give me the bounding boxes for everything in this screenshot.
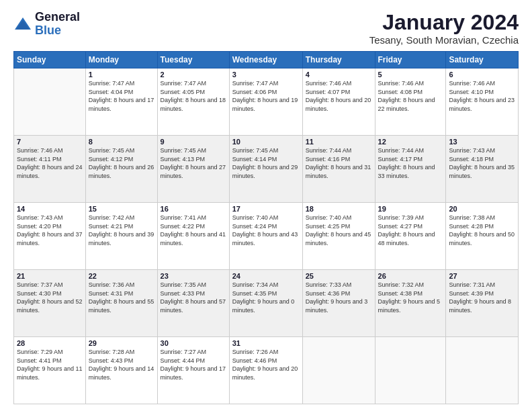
calendar-cell: 19Sunrise: 7:39 AMSunset: 4:27 PMDayligh… [375, 203, 446, 270]
day-number: 22 [89, 272, 154, 280]
calendar-cell: 15Sunrise: 7:42 AMSunset: 4:21 PMDayligh… [85, 203, 157, 270]
day-number: 31 [232, 339, 300, 347]
calendar-cell: 25Sunrise: 7:33 AMSunset: 4:36 PMDayligh… [302, 270, 375, 337]
month-title: January 2024 [369, 11, 519, 34]
calendar-cell [302, 337, 375, 404]
day-info: Sunrise: 7:43 AMSunset: 4:20 PMDaylight:… [17, 214, 83, 247]
day-info: Sunrise: 7:27 AMSunset: 4:44 PMDaylight:… [161, 348, 226, 381]
calendar-cell: 26Sunrise: 7:32 AMSunset: 4:38 PMDayligh… [375, 270, 446, 337]
page: General Blue January 2024 Tesany, South … [0, 0, 532, 411]
day-info: Sunrise: 7:40 AMSunset: 4:24 PMDaylight:… [232, 214, 300, 247]
day-info: Sunrise: 7:45 AMSunset: 4:14 PMDaylight:… [232, 146, 300, 180]
day-number: 27 [449, 272, 515, 280]
weekday-header: Sunday [14, 52, 86, 68]
calendar-cell [375, 337, 446, 404]
day-number: 26 [378, 272, 443, 280]
calendar-cell: 31Sunrise: 7:26 AMSunset: 4:46 PMDayligh… [229, 337, 302, 404]
calendar-cell: 14Sunrise: 7:43 AMSunset: 4:20 PMDayligh… [14, 203, 86, 270]
calendar-cell: 8Sunrise: 7:45 AMSunset: 4:12 PMDaylight… [85, 136, 157, 203]
calendar-header-row: SundayMondayTuesdayWednesdayThursdayFrid… [14, 52, 519, 68]
logo: General Blue [13, 11, 80, 38]
calendar-cell: 18Sunrise: 7:40 AMSunset: 4:25 PMDayligh… [302, 203, 375, 270]
day-info: Sunrise: 7:45 AMSunset: 4:13 PMDaylight:… [161, 146, 226, 180]
day-info: Sunrise: 7:35 AMSunset: 4:33 PMDaylight:… [161, 281, 226, 314]
day-number: 21 [17, 272, 83, 280]
calendar-cell: 23Sunrise: 7:35 AMSunset: 4:33 PMDayligh… [157, 270, 229, 337]
day-number: 9 [161, 138, 226, 146]
day-number: 14 [17, 205, 83, 213]
day-info: Sunrise: 7:47 AMSunset: 4:04 PMDaylight:… [89, 79, 154, 113]
day-number: 17 [232, 205, 300, 213]
calendar-cell: 4Sunrise: 7:46 AMSunset: 4:07 PMDaylight… [302, 68, 375, 136]
day-info: Sunrise: 7:26 AMSunset: 4:46 PMDaylight:… [232, 348, 300, 381]
day-number: 10 [232, 138, 300, 146]
day-info: Sunrise: 7:32 AMSunset: 4:38 PMDaylight:… [378, 281, 443, 314]
calendar-cell: 17Sunrise: 7:40 AMSunset: 4:24 PMDayligh… [229, 203, 302, 270]
calendar-cell: 21Sunrise: 7:37 AMSunset: 4:30 PMDayligh… [14, 270, 86, 337]
calendar-cell: 6Sunrise: 7:46 AMSunset: 4:10 PMDaylight… [446, 68, 519, 136]
day-info: Sunrise: 7:47 AMSunset: 4:06 PMDaylight:… [232, 79, 300, 113]
calendar-cell: 12Sunrise: 7:44 AMSunset: 4:17 PMDayligh… [375, 136, 446, 203]
calendar-cell [446, 337, 519, 404]
day-number: 29 [89, 339, 154, 347]
day-info: Sunrise: 7:46 AMSunset: 4:08 PMDaylight:… [378, 79, 443, 113]
calendar-cell: 9Sunrise: 7:45 AMSunset: 4:13 PMDaylight… [157, 136, 229, 203]
day-number: 30 [161, 339, 226, 347]
calendar-cell: 7Sunrise: 7:46 AMSunset: 4:11 PMDaylight… [14, 136, 86, 203]
day-info: Sunrise: 7:46 AMSunset: 4:07 PMDaylight:… [306, 79, 372, 113]
calendar-cell: 27Sunrise: 7:31 AMSunset: 4:39 PMDayligh… [446, 270, 519, 337]
day-info: Sunrise: 7:28 AMSunset: 4:43 PMDaylight:… [89, 348, 154, 381]
day-number: 25 [306, 272, 372, 280]
calendar-week-row: 7Sunrise: 7:46 AMSunset: 4:11 PMDaylight… [14, 136, 519, 203]
calendar-cell: 22Sunrise: 7:36 AMSunset: 4:31 PMDayligh… [85, 270, 157, 337]
weekday-header: Tuesday [157, 52, 229, 68]
day-number: 7 [17, 138, 83, 146]
calendar-cell: 3Sunrise: 7:47 AMSunset: 4:06 PMDaylight… [229, 68, 302, 136]
day-info: Sunrise: 7:40 AMSunset: 4:25 PMDaylight:… [306, 214, 372, 247]
calendar-cell [14, 68, 86, 136]
day-info: Sunrise: 7:47 AMSunset: 4:05 PMDaylight:… [161, 79, 226, 113]
calendar-cell: 5Sunrise: 7:46 AMSunset: 4:08 PMDaylight… [375, 68, 446, 136]
day-info: Sunrise: 7:45 AMSunset: 4:12 PMDaylight:… [89, 146, 154, 180]
header: General Blue January 2024 Tesany, South … [13, 11, 519, 46]
day-info: Sunrise: 7:46 AMSunset: 4:10 PMDaylight:… [449, 79, 515, 113]
logo-blue: Blue [35, 24, 80, 38]
weekday-header: Thursday [302, 52, 375, 68]
calendar-week-row: 21Sunrise: 7:37 AMSunset: 4:30 PMDayligh… [14, 270, 519, 337]
day-number: 28 [17, 339, 83, 347]
day-number: 20 [449, 205, 515, 213]
calendar-cell: 28Sunrise: 7:29 AMSunset: 4:41 PMDayligh… [14, 337, 86, 404]
day-number: 3 [232, 71, 300, 79]
calendar-table: SundayMondayTuesdayWednesdayThursdayFrid… [13, 51, 519, 404]
day-info: Sunrise: 7:46 AMSunset: 4:11 PMDaylight:… [17, 146, 83, 180]
calendar-cell: 30Sunrise: 7:27 AMSunset: 4:44 PMDayligh… [157, 337, 229, 404]
logo-text: General Blue [35, 11, 80, 38]
calendar-cell: 10Sunrise: 7:45 AMSunset: 4:14 PMDayligh… [229, 136, 302, 203]
day-number: 18 [306, 205, 372, 213]
logo-icon [13, 15, 32, 34]
day-info: Sunrise: 7:36 AMSunset: 4:31 PMDaylight:… [89, 281, 154, 314]
day-number: 12 [378, 138, 443, 146]
day-info: Sunrise: 7:44 AMSunset: 4:16 PMDaylight:… [306, 146, 372, 180]
calendar-week-row: 14Sunrise: 7:43 AMSunset: 4:20 PMDayligh… [14, 203, 519, 270]
location: Tesany, South Moravian, Czechia [369, 34, 519, 46]
calendar-week-row: 1Sunrise: 7:47 AMSunset: 4:04 PMDaylight… [14, 68, 519, 136]
day-number: 23 [161, 272, 226, 280]
day-info: Sunrise: 7:44 AMSunset: 4:17 PMDaylight:… [378, 146, 443, 180]
weekday-header: Wednesday [229, 52, 302, 68]
day-info: Sunrise: 7:39 AMSunset: 4:27 PMDaylight:… [378, 214, 443, 247]
day-number: 15 [89, 205, 154, 213]
calendar-cell: 11Sunrise: 7:44 AMSunset: 4:16 PMDayligh… [302, 136, 375, 203]
title-area: January 2024 Tesany, South Moravian, Cze… [369, 11, 519, 46]
day-info: Sunrise: 7:42 AMSunset: 4:21 PMDaylight:… [89, 214, 154, 247]
calendar-week-row: 28Sunrise: 7:29 AMSunset: 4:41 PMDayligh… [14, 337, 519, 404]
weekday-header: Friday [375, 52, 446, 68]
calendar-cell: 2Sunrise: 7:47 AMSunset: 4:05 PMDaylight… [157, 68, 229, 136]
day-info: Sunrise: 7:34 AMSunset: 4:35 PMDaylight:… [232, 281, 300, 314]
day-number: 6 [449, 71, 515, 79]
day-number: 13 [449, 138, 515, 146]
day-info: Sunrise: 7:38 AMSunset: 4:28 PMDaylight:… [449, 214, 515, 247]
day-number: 5 [378, 71, 443, 79]
calendar-cell: 1Sunrise: 7:47 AMSunset: 4:04 PMDaylight… [85, 68, 157, 136]
day-number: 4 [306, 71, 372, 79]
